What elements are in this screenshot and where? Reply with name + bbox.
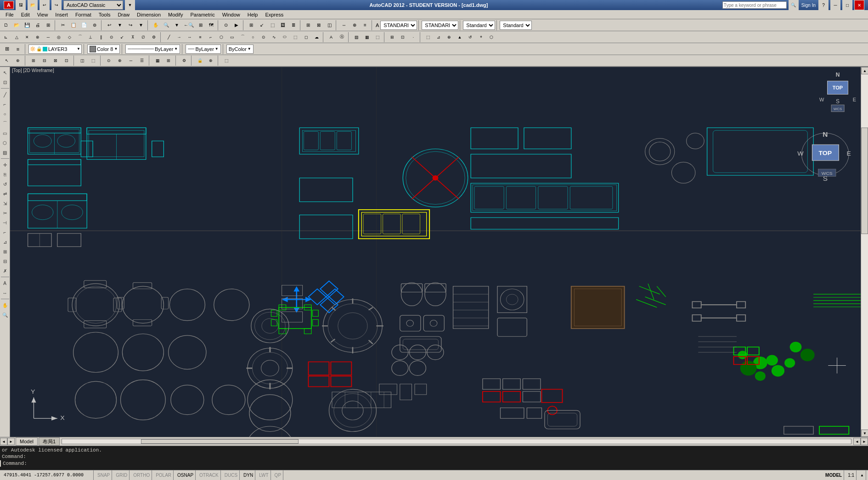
color-select-box[interactable]: Color 8 ▼ (87, 45, 120, 54)
arc-tool[interactable]: ⌒ (0, 119, 10, 128)
menu-express[interactable]: Express (261, 11, 287, 18)
zoom-tool[interactable]: 🔍 (0, 310, 10, 319)
polygon-tool[interactable]: ⬡ (0, 138, 10, 147)
aerial-btn[interactable]: 🗺 (206, 20, 216, 30)
menu-window[interactable]: Window (219, 11, 244, 18)
zoom-ext[interactable]: ⊞ (196, 20, 206, 30)
snap-node[interactable]: ⊙ (107, 32, 117, 42)
menu-dimension[interactable]: Dimension (133, 11, 164, 18)
block-btn[interactable]: ⊞ (246, 20, 256, 30)
clear-screen-btn[interactable]: ⬚ (221, 56, 231, 66)
snap-status[interactable]: SNAP (96, 470, 112, 480)
showmotion-btn[interactable]: ▶ (231, 20, 242, 30)
h-scroll-left[interactable]: ◄ (853, 438, 861, 445)
lwt-status[interactable]: LWT (257, 470, 271, 480)
workspace-config[interactable]: ▼ (125, 0, 135, 10)
makeblock-btn[interactable]: ⊡ (398, 32, 408, 42)
layer-state-btn[interactable]: ≡ (13, 44, 23, 54)
spline-btn[interactable]: ∿ (269, 32, 279, 42)
tab-scroll-right[interactable]: ► (7, 438, 15, 445)
lwt-btn[interactable]: ─ (126, 56, 136, 66)
menu-draw[interactable]: Draw (114, 11, 133, 18)
3dpoly-btn[interactable]: ⊿ (434, 32, 444, 42)
otrack-status[interactable]: OTRACK (197, 470, 221, 480)
qp-status[interactable]: QP (273, 470, 283, 480)
snap-mode-btn[interactable]: ⊞ (28, 56, 39, 66)
boundary-btn[interactable]: ⬚ (372, 32, 383, 42)
redo-btn[interactable]: ↪ (51, 0, 62, 10)
lockui-btn[interactable]: 🔒 (195, 56, 205, 66)
snap-perpendicular[interactable]: ⊥ (85, 32, 96, 42)
cut-btn[interactable]: ✂ (58, 20, 68, 30)
scale-status[interactable]: 1:1 (846, 470, 857, 480)
ellipse-btn[interactable]: ⬭ (280, 32, 290, 42)
snap-midpoint[interactable]: △ (11, 32, 22, 42)
plot-btn[interactable]: 🖨 (33, 20, 43, 30)
quickview-layout[interactable]: ⊞ (163, 56, 174, 66)
cad-drawing[interactable]: N S E W TOP WCS (10, 67, 861, 437)
snap-tangent[interactable]: ⌒ (75, 32, 85, 42)
donut-btn[interactable]: ⊙ (259, 32, 269, 42)
menu-help[interactable]: Help (244, 11, 262, 18)
new-btn[interactable]: 🗋 (1, 20, 11, 30)
hatch-btn[interactable]: ▨ (351, 32, 361, 42)
redo-drop[interactable]: ▼ (136, 20, 146, 30)
array-tool[interactable]: ⊞ (0, 247, 10, 256)
snap-center[interactable]: ◎ (54, 32, 64, 42)
dim-tool[interactable]: ↔ (0, 288, 10, 297)
trim-tool[interactable]: ✂ (0, 208, 10, 218)
line-btn[interactable]: ╱ (163, 32, 174, 42)
maximize-btn[interactable]: □ (842, 0, 852, 10)
coord-display[interactable]: 47915.4041 -17257.6977 0.0000 (2, 470, 94, 480)
zoom-btn[interactable]: 🔍 (161, 20, 171, 30)
undo-main-btn[interactable]: ↩ (104, 20, 114, 30)
xref-btn[interactable]: ⬚ (267, 20, 277, 30)
h-scroll-thumb[interactable] (141, 439, 299, 444)
pan-btn[interactable]: ✋ (151, 20, 161, 30)
snap-nearest[interactable]: ⊼ (128, 32, 138, 42)
appstatus-btn[interactable]: ⊕ (206, 56, 216, 66)
app-icon[interactable]: A (4, 1, 14, 9)
viewcube[interactable]: N TOP W E S WCS (819, 72, 856, 113)
pline-tool[interactable]: ⌐ (0, 100, 10, 109)
linetype-select-box[interactable]: ──────── ByLayer ▼ (125, 45, 180, 54)
viewcube-top[interactable]: TOP (827, 81, 848, 95)
menu-view[interactable]: View (34, 11, 52, 18)
tabledit-btn[interactable]: ⊞ (303, 20, 313, 30)
qp-btn[interactable]: ☰ (137, 56, 147, 66)
loft-btn[interactable]: ⬡ (486, 32, 496, 42)
circle-tool[interactable]: ○ (0, 109, 10, 118)
wipeout-btn[interactable]: ◻ (301, 32, 311, 42)
model-status[interactable]: MODEL (823, 470, 844, 480)
snap-none[interactable]: ∅ (138, 32, 148, 42)
hatch-tool[interactable]: ▨ (0, 148, 10, 157)
pickbox-btn2[interactable]: ⊡ (0, 78, 10, 87)
3dface-btn[interactable]: ⬚ (423, 32, 433, 42)
extend-tool[interactable]: ⊣ (0, 218, 10, 227)
snap-extension[interactable]: ─ (43, 32, 53, 42)
zoom-prev[interactable]: ←🔍 (182, 20, 195, 30)
dist-btn[interactable]: ↔ (339, 20, 349, 30)
revolve-btn[interactable]: ↺ (465, 32, 475, 42)
arc-btn[interactable]: ⌒ (237, 32, 248, 42)
annotation-scale-btn[interactable]: ▲ (858, 470, 866, 480)
plotstyle-select-box[interactable]: ByColor ▼ (226, 45, 254, 54)
open-btn[interactable]: 📂 (11, 20, 22, 30)
rotate-tool[interactable]: ↺ (0, 179, 10, 189)
otrack-mode-btn[interactable]: ⬚ (88, 56, 98, 66)
erase-tool[interactable]: ✗ (0, 266, 10, 275)
snap-endpoint[interactable]: ⊾ (1, 32, 11, 42)
mtext-btn[interactable]: Ⓐ (337, 32, 347, 42)
tablestyle-select[interactable]: Standard (500, 21, 532, 30)
tab-scroll-left[interactable]: ◄ (0, 438, 7, 445)
sweep-btn[interactable]: ⌖ (476, 32, 486, 42)
scroll-track[interactable] (861, 74, 868, 430)
region-btn[interactable]: ⬚ (290, 32, 300, 42)
cursor-btn[interactable]: ↖ (2, 56, 12, 66)
line-tool[interactable]: ╱ (0, 90, 10, 99)
chamfer-tool[interactable]: ⊿ (0, 237, 10, 246)
circle-btn[interactable]: ○ (248, 32, 258, 42)
mirror-tool[interactable]: ⇌ (0, 189, 10, 198)
pline-btn[interactable]: ⌐ (206, 32, 216, 42)
menu-tools[interactable]: Tools (95, 11, 114, 18)
